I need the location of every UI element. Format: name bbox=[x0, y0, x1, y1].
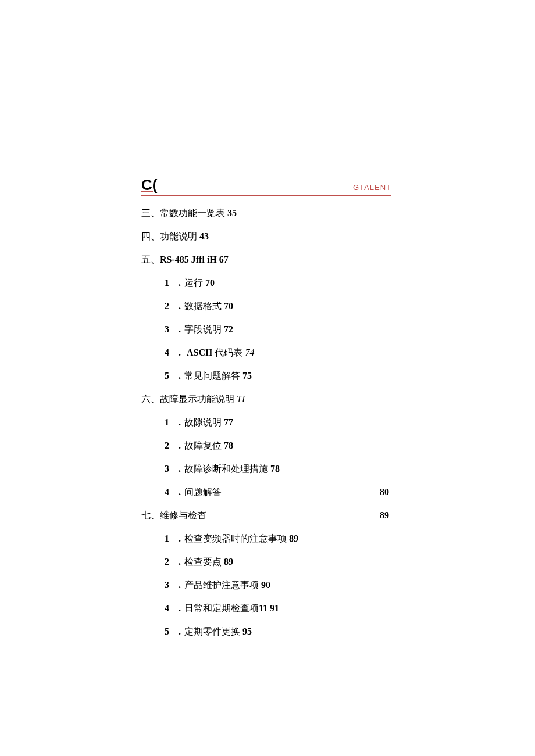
toc-item: 5.定期零件更换 95 bbox=[141, 625, 391, 639]
dot: . bbox=[173, 557, 184, 567]
toc-page-italic: TI bbox=[237, 394, 245, 404]
item-num: 3 bbox=[165, 323, 173, 336]
item-page-inline: 11 91 bbox=[259, 603, 279, 613]
leader-line bbox=[225, 495, 377, 495]
header-letter: C( bbox=[141, 176, 157, 194]
item-num: 2 bbox=[165, 299, 173, 313]
toc-page-right: 89 bbox=[380, 508, 391, 522]
item-page: 70 bbox=[205, 278, 215, 288]
dot: . bbox=[173, 324, 184, 334]
item-num: 1 bbox=[165, 276, 173, 290]
dot: . bbox=[173, 301, 184, 311]
toc-item: 1.故隙说明 77 bbox=[141, 415, 391, 429]
dot: . bbox=[173, 278, 184, 288]
item-num: 3 bbox=[165, 462, 173, 476]
item-num: 1 bbox=[165, 415, 173, 429]
item-text: 检查要点 bbox=[184, 557, 222, 567]
toc-item: 1.运行 70 bbox=[141, 276, 391, 290]
toc-title: 七、维修与检杳 bbox=[141, 508, 206, 522]
toc-item: 3.产品维护注意事项 90 bbox=[141, 578, 391, 592]
toc-page: C( GTALENT 三、常数功能一览表 35 四、功能说明 43 五、RS-4… bbox=[141, 176, 391, 648]
item-text: 问题解答 bbox=[184, 487, 222, 497]
item-num: 4 bbox=[165, 485, 173, 499]
dot: . bbox=[173, 603, 184, 613]
toc-item: 2.检查要点 89 bbox=[141, 555, 391, 569]
dot: . bbox=[173, 487, 184, 497]
dot: . bbox=[173, 440, 184, 450]
toc-page-num: 43 bbox=[199, 231, 209, 241]
item-page: 78 bbox=[270, 464, 280, 474]
dot: . bbox=[173, 371, 184, 381]
item-page: 75 bbox=[242, 371, 252, 381]
item-num: 3 bbox=[165, 578, 173, 592]
item-text-bold: ASCII bbox=[187, 347, 212, 357]
toc-section-5: 五、RS-485 Jffl iH 67 bbox=[141, 253, 391, 267]
item-text: 字段说明 bbox=[184, 324, 222, 334]
item-page-right: 80 bbox=[380, 485, 391, 499]
toc-item: 5.常见问题解答 75 bbox=[141, 369, 391, 383]
toc-title-prefix: 五、 bbox=[141, 255, 160, 264]
leader-line bbox=[210, 518, 377, 518]
item-page: 89 bbox=[224, 557, 233, 567]
item-text: 常见问题解答 bbox=[184, 371, 240, 381]
dot: . bbox=[173, 347, 187, 357]
toc-title: 六、故障显示功能说明 bbox=[141, 394, 234, 404]
header-brand: GTALENT bbox=[353, 183, 391, 192]
item-page: 90 bbox=[261, 580, 270, 590]
dot: . bbox=[173, 533, 184, 543]
item-num: 2 bbox=[165, 439, 173, 453]
item-text: 故障复位 bbox=[184, 440, 222, 450]
item-page: 78 bbox=[224, 440, 233, 450]
page-header: C( GTALENT bbox=[141, 176, 391, 196]
toc-section-6: 六、故障显示功能说明 TI bbox=[141, 392, 391, 406]
item-num: 4 bbox=[165, 346, 173, 360]
item-num: 5 bbox=[165, 369, 173, 383]
toc-item: 3.字段说明 72 bbox=[141, 323, 391, 336]
item-page-italic: 74 bbox=[245, 347, 254, 357]
item-page: 70 bbox=[224, 301, 233, 311]
item-text: 故隙说明 bbox=[184, 417, 222, 427]
item-page: 72 bbox=[224, 324, 233, 334]
toc-page-num: 35 bbox=[227, 208, 237, 218]
toc-title-bold: RS-485 Jffl iH 67 bbox=[160, 255, 229, 264]
item-text: 检查变频器时的注意事项 bbox=[184, 533, 287, 543]
dot: . bbox=[173, 580, 184, 590]
item-text: 日常和定期检查项 bbox=[184, 603, 259, 613]
dot: . bbox=[173, 417, 184, 427]
toc-item: 4.日常和定期检查项11 91 bbox=[141, 601, 391, 615]
toc-item: 3.故障诊断和处理措施 78 bbox=[141, 462, 391, 476]
item-text: 数据格式 bbox=[184, 301, 222, 311]
item-text: 代码表 bbox=[212, 347, 242, 357]
item-text: 定期零件更换 bbox=[184, 626, 240, 636]
item-num: 1 bbox=[165, 532, 173, 546]
toc-item: 2.故障复位 78 bbox=[141, 439, 391, 453]
toc-title: 三、常数功能一览表 bbox=[141, 208, 225, 218]
toc-item: 2.数据格式 70 bbox=[141, 299, 391, 313]
item-text: 产品维护注意事项 bbox=[184, 580, 259, 590]
item-page: 77 bbox=[224, 417, 233, 427]
dot: . bbox=[173, 464, 184, 474]
item-text: 运行 bbox=[184, 278, 203, 288]
leader-left: 4.问题解答 bbox=[165, 485, 222, 499]
dot: . bbox=[173, 626, 184, 636]
item-page: 89 bbox=[289, 533, 298, 543]
toc-item-leader: 4.问题解答 80 bbox=[141, 485, 391, 499]
item-num: 5 bbox=[165, 625, 173, 639]
toc-item: 1.检查变频器时的注意事项 89 bbox=[141, 532, 391, 546]
toc-section-3: 三、常数功能一览表 35 bbox=[141, 206, 391, 220]
item-num: 4 bbox=[165, 601, 173, 615]
toc-title: 四、功能说明 bbox=[141, 231, 197, 241]
toc-section-7: 七、维修与检杳 89 bbox=[141, 508, 391, 522]
item-num: 2 bbox=[165, 555, 173, 569]
item-page: 95 bbox=[242, 626, 252, 636]
toc-item: 4. ASCII 代码表 74 bbox=[141, 346, 391, 360]
item-text: 故障诊断和处理措施 bbox=[184, 464, 268, 474]
toc-section-4: 四、功能说明 43 bbox=[141, 230, 391, 243]
